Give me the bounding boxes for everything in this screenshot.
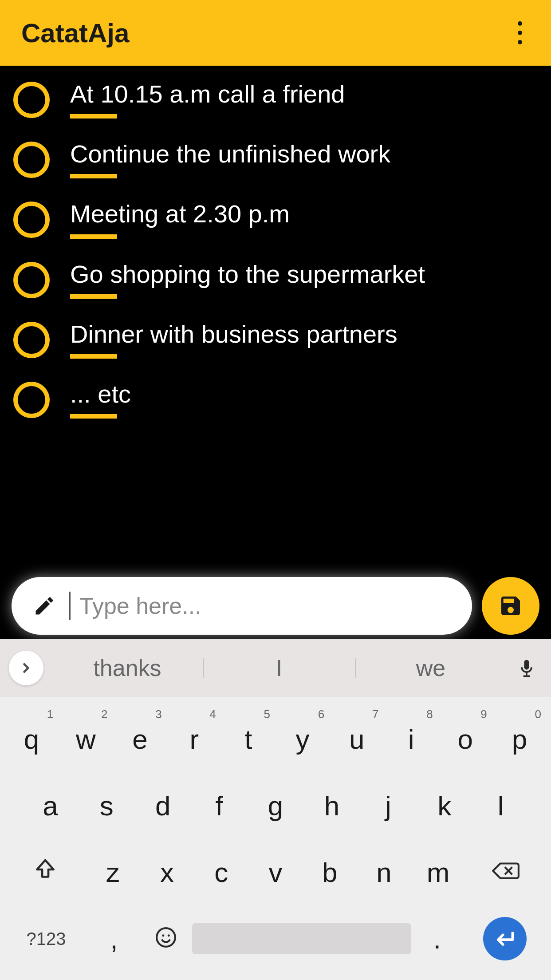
suggestion-bar: thanks I we	[0, 639, 551, 697]
pencil-icon	[33, 594, 56, 617]
backspace-icon	[491, 857, 520, 888]
svg-rect-1	[523, 676, 530, 677]
key-c[interactable]: c	[194, 839, 248, 905]
key-b[interactable]: b	[303, 839, 357, 905]
shift-icon	[33, 857, 58, 888]
key-super: 4	[209, 707, 216, 721]
task-list: At 10.15 a.m call a friendContinue the u…	[0, 66, 551, 419]
key-super: 6	[318, 707, 324, 721]
key-super: 8	[426, 707, 433, 721]
key-super: 2	[101, 707, 107, 721]
key-r[interactable]: 4r	[167, 706, 221, 772]
task-underline	[70, 354, 117, 359]
symbols-key[interactable]: ?123	[4, 905, 88, 972]
task-underline	[70, 294, 117, 299]
svg-point-6	[168, 934, 170, 937]
unchecked-circle-icon[interactable]	[13, 202, 50, 238]
suggestion-2[interactable]: I	[203, 650, 355, 686]
unchecked-circle-icon[interactable]	[13, 382, 50, 418]
emoji-icon	[155, 923, 177, 955]
key-y[interactable]: 6y	[276, 706, 330, 772]
svg-point-4	[157, 928, 175, 947]
key-g[interactable]: g	[248, 772, 304, 839]
overflow-menu-button[interactable]	[507, 13, 533, 53]
task-text: Dinner with business partners	[70, 319, 398, 349]
key-u[interactable]: 7u	[330, 706, 384, 772]
task-text: Meeting at 2.30 p.m	[70, 199, 290, 229]
key-l[interactable]: l	[472, 772, 529, 839]
key-f[interactable]: f	[191, 772, 248, 839]
key-v[interactable]: v	[248, 839, 303, 905]
comma-key[interactable]: ,	[88, 905, 140, 972]
key-z[interactable]: z	[86, 839, 140, 905]
app-title: CatatAja	[21, 18, 507, 48]
dots-vertical-icon	[518, 21, 522, 26]
unchecked-circle-icon[interactable]	[13, 142, 50, 178]
compose-bar	[0, 573, 551, 639]
svg-point-5	[162, 934, 165, 937]
task-text-wrap: Go shopping to the supermarket	[70, 259, 425, 299]
period-key[interactable]: .	[411, 905, 464, 972]
shift-key[interactable]	[4, 839, 86, 905]
save-icon	[498, 593, 523, 618]
task-item[interactable]: Meeting at 2.30 p.m	[13, 199, 538, 238]
key-p[interactable]: 0p	[492, 706, 547, 772]
task-item[interactable]: ... etc	[13, 379, 538, 419]
task-text-wrap: Continue the unfinished work	[70, 139, 390, 178]
task-text: ... etc	[70, 379, 131, 409]
key-super: 7	[372, 707, 378, 721]
key-o[interactable]: 9o	[438, 706, 492, 772]
key-h[interactable]: h	[303, 772, 360, 839]
svg-rect-0	[526, 673, 527, 676]
key-a[interactable]: a	[22, 772, 79, 839]
key-row-3: zxcvbnm	[0, 839, 551, 905]
task-text-wrap: ... etc	[70, 379, 131, 419]
key-q[interactable]: 1q	[4, 706, 59, 772]
suggestion-1[interactable]: thanks	[51, 650, 203, 686]
task-underline	[70, 174, 117, 178]
chevron-right-icon	[19, 660, 34, 676]
note-input-field[interactable]	[12, 577, 472, 635]
task-text-wrap: Dinner with business partners	[70, 319, 398, 359]
task-item[interactable]: Go shopping to the supermarket	[13, 259, 538, 299]
enter-key[interactable]	[463, 905, 547, 972]
task-underline	[70, 414, 117, 419]
task-item[interactable]: At 10.15 a.m call a friend	[13, 79, 538, 119]
key-n[interactable]: n	[357, 839, 411, 905]
unchecked-circle-icon[interactable]	[13, 322, 50, 358]
key-m[interactable]: m	[411, 839, 465, 905]
key-k[interactable]: k	[416, 772, 472, 839]
expand-suggestions-button[interactable]	[9, 651, 43, 685]
task-underline	[70, 234, 117, 239]
key-super: 1	[47, 707, 53, 721]
space-key[interactable]	[192, 905, 411, 972]
backspace-key[interactable]	[465, 839, 547, 905]
suggestion-3[interactable]: we	[355, 650, 507, 686]
microphone-icon	[517, 655, 536, 681]
key-e[interactable]: 3e	[113, 706, 167, 772]
key-super: 0	[535, 707, 541, 721]
emoji-key[interactable]	[140, 905, 193, 972]
note-text-input[interactable]	[79, 593, 454, 619]
voice-input-button[interactable]	[511, 655, 542, 681]
save-button[interactable]	[482, 577, 539, 635]
task-item[interactable]: Continue the unfinished work	[13, 139, 538, 178]
key-row-1: 1q2w3e4r5t6y7u8i9o0p	[0, 706, 551, 772]
task-text: Continue the unfinished work	[70, 139, 390, 169]
key-x[interactable]: x	[140, 839, 194, 905]
key-i[interactable]: 8i	[384, 706, 438, 772]
key-super: 9	[480, 707, 487, 721]
on-screen-keyboard: thanks I we 1q2w3e4r5t6y7u8i9o0p asdfghj…	[0, 639, 551, 980]
task-text-wrap: Meeting at 2.30 p.m	[70, 199, 290, 238]
key-t[interactable]: 5t	[221, 706, 276, 772]
key-row-2: asdfghjkl	[0, 772, 551, 839]
key-d[interactable]: d	[135, 772, 191, 839]
unchecked-circle-icon[interactable]	[13, 82, 50, 118]
key-j[interactable]: j	[360, 772, 416, 839]
key-w[interactable]: 2w	[59, 706, 113, 772]
unchecked-circle-icon[interactable]	[13, 262, 50, 298]
task-text: Go shopping to the supermarket	[70, 259, 425, 289]
task-item[interactable]: Dinner with business partners	[13, 319, 538, 359]
key-s[interactable]: s	[79, 772, 135, 839]
key-rows: 1q2w3e4r5t6y7u8i9o0p asdfghjkl zxcvbnm	[0, 697, 551, 980]
